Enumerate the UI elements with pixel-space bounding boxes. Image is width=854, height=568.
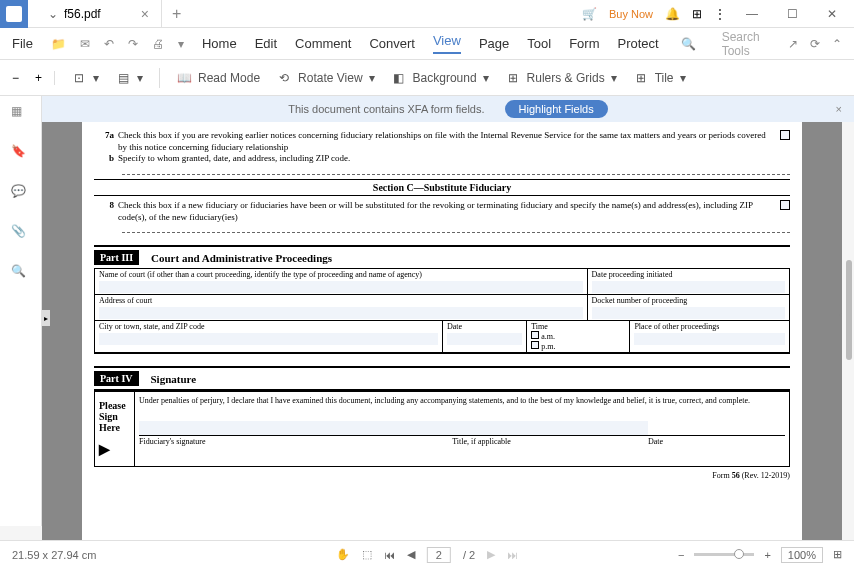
prev-page-icon[interactable]: ◀ xyxy=(407,548,415,561)
menu-form[interactable]: Form xyxy=(569,36,599,51)
zoom-level[interactable]: 100% xyxy=(781,547,823,563)
highlight-fields-button[interactable]: Highlight Fields xyxy=(505,100,608,118)
document-viewport[interactable]: 7a Check this box if you are revoking ea… xyxy=(42,122,842,540)
minimize-button[interactable]: — xyxy=(738,0,766,28)
menu-protect[interactable]: Protect xyxy=(617,36,658,51)
bell-icon[interactable]: 🔔 xyxy=(665,7,680,21)
pm-checkbox[interactable] xyxy=(531,341,539,349)
buy-now-link[interactable]: Buy Now xyxy=(609,8,653,20)
last-page-icon[interactable]: ⏭ xyxy=(507,549,518,561)
date-input[interactable] xyxy=(447,333,522,345)
court-address-cell: Address of court xyxy=(95,295,588,320)
cart-icon[interactable]: 🛒 xyxy=(582,7,597,21)
docket-input[interactable] xyxy=(592,307,785,319)
menu-edit[interactable]: Edit xyxy=(255,36,277,51)
title-label: Title, if applicable xyxy=(452,435,648,446)
read-mode-button[interactable]: 📖Read Mode xyxy=(176,70,260,86)
date-initiated-input[interactable] xyxy=(592,281,785,293)
checkbox-8[interactable] xyxy=(780,200,790,210)
menu-view[interactable]: View xyxy=(433,33,461,54)
zoom-in-icon[interactable]: + xyxy=(35,71,42,85)
external-icon[interactable]: ↗ xyxy=(788,37,798,51)
place-other-cell: Place of other proceedings xyxy=(630,321,789,352)
background-button[interactable]: ◧Background▾ xyxy=(391,70,489,86)
fullscreen-icon[interactable]: ⊞ xyxy=(833,548,842,561)
menu-tool[interactable]: Tool xyxy=(527,36,551,51)
comment-panel-icon[interactable]: 💬 xyxy=(11,184,31,204)
menu-convert[interactable]: Convert xyxy=(369,36,415,51)
undo-icon[interactable]: ↶ xyxy=(104,37,114,51)
menu-comment[interactable]: Comment xyxy=(295,36,351,51)
dropdown-icon[interactable]: ▾ xyxy=(178,37,184,51)
next-page-icon[interactable]: ▶ xyxy=(487,548,495,561)
search-tools-input[interactable]: Search Tools xyxy=(722,30,770,58)
city-state-input[interactable] xyxy=(99,333,438,345)
maximize-button[interactable]: ☐ xyxy=(778,0,806,28)
checkbox-7a[interactable] xyxy=(780,130,790,140)
first-page-icon[interactable]: ⏮ xyxy=(384,549,395,561)
print-icon[interactable]: 🖨 xyxy=(152,37,164,51)
share-icon[interactable]: ⊞ xyxy=(692,7,702,21)
infobar-message: This document contains XFA form fields. xyxy=(288,103,484,115)
xfa-info-bar: This document contains XFA form fields. … xyxy=(42,96,854,122)
zoom-out-icon[interactable]: − xyxy=(12,71,19,85)
close-button[interactable]: ✕ xyxy=(818,0,846,28)
date-cell: Date xyxy=(443,321,527,352)
vertical-scrollbar[interactable] xyxy=(846,260,852,360)
docket-cell: Docket number of proceeding xyxy=(588,295,789,320)
line-7b-num: b xyxy=(94,153,118,163)
hand-tool-icon[interactable]: ✋ xyxy=(336,548,350,561)
kebab-icon[interactable]: ⋮ xyxy=(714,7,726,21)
court-address-input[interactable] xyxy=(99,307,583,319)
tile-button[interactable]: ⊞Tile▾ xyxy=(633,70,686,86)
zoom-slider[interactable] xyxy=(694,553,754,556)
mail-icon[interactable]: ✉ xyxy=(80,37,90,51)
tab-filename: f56.pdf xyxy=(64,7,101,21)
left-sidebar: ▦ 🔖 💬 📎 🔍 xyxy=(0,96,42,526)
attachment-icon[interactable]: 📎 xyxy=(11,224,31,244)
section-c-header: Section C—Substitute Fiduciary xyxy=(94,179,790,196)
view-toolbar: − + ⊡▾ ▤▾ 📖Read Mode ⟲Rotate View▾ ◧Back… xyxy=(0,60,854,96)
line-7a-text: Check this box if you are revoking earli… xyxy=(118,130,772,153)
new-tab-button[interactable]: + xyxy=(162,5,191,23)
title-input[interactable] xyxy=(452,421,648,435)
page-layout-button[interactable]: ▤▾ xyxy=(115,70,143,86)
court-name-input[interactable] xyxy=(99,281,583,293)
part-3-title: Court and Administrative Proceedings xyxy=(151,252,332,264)
fit-page-button[interactable]: ⊡▾ xyxy=(71,70,99,86)
menu-page[interactable]: Page xyxy=(479,36,509,51)
line-8-num: 8 xyxy=(94,200,118,210)
tab-close-icon[interactable]: × xyxy=(141,6,149,22)
pdf-page: 7a Check this box if you are revoking ea… xyxy=(82,122,802,540)
page-current-input[interactable]: 2 xyxy=(427,547,451,563)
rotate-view-button[interactable]: ⟲Rotate View▾ xyxy=(276,70,374,86)
redo-icon[interactable]: ↷ xyxy=(128,37,138,51)
folder-icon[interactable]: 📁 xyxy=(51,37,66,51)
bookmark-icon[interactable]: 🔖 xyxy=(11,144,31,164)
sync-icon[interactable]: ⟳ xyxy=(810,37,820,51)
doc-icon: ⌄ xyxy=(48,7,58,21)
am-checkbox[interactable] xyxy=(531,331,539,339)
zoom-out-status-icon[interactable]: − xyxy=(678,549,684,561)
menu-file[interactable]: File xyxy=(12,36,33,51)
document-tab[interactable]: ⌄ f56.pdf × xyxy=(36,0,162,27)
left-expand-handle[interactable]: ▸ xyxy=(42,310,50,326)
court-table: Name of court (if other than a court pro… xyxy=(94,269,790,354)
search-panel-icon[interactable]: 🔍 xyxy=(11,264,31,284)
app-icon[interactable] xyxy=(0,0,28,28)
right-expand-handle[interactable]: ◂ xyxy=(838,310,846,326)
zoom-in-status-icon[interactable]: + xyxy=(764,549,770,561)
page-dimensions: 21.59 x 27.94 cm xyxy=(12,549,96,561)
fiduciary-signature-input[interactable] xyxy=(139,421,452,435)
menu-home[interactable]: Home xyxy=(202,36,237,51)
expand-icon[interactable]: ⌃ xyxy=(832,37,842,51)
perjury-text: Under penalties of perjury, I declare th… xyxy=(139,396,785,405)
infobar-close-icon[interactable]: × xyxy=(836,103,842,115)
date-initiated-cell: Date proceeding initiated xyxy=(588,269,789,294)
search-icon[interactable]: 🔍 xyxy=(681,37,696,51)
rulers-grids-button[interactable]: ⊞Rulers & Grids▾ xyxy=(505,70,617,86)
part-4-title: Signature xyxy=(151,373,197,385)
thumbnails-icon[interactable]: ▦ xyxy=(11,104,31,124)
place-other-input[interactable] xyxy=(634,333,785,345)
select-tool-icon[interactable]: ⬚ xyxy=(362,548,372,561)
